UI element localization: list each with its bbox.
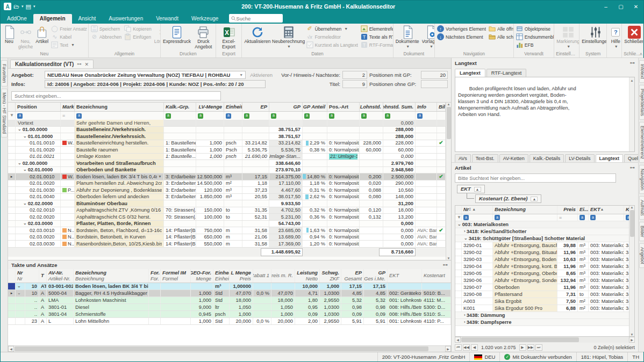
l-schen-button[interactable]: ✖ Löschen [153,25,160,45]
markierung-button[interactable]: Markierung ▼ [555,25,579,49]
cell-kalk-grp[interactable] [164,160,196,166]
freier-ansatz-button[interactable]: ◯ Freier Ansatz [50,25,88,33]
cell-kalk-grp[interactable]: 14: Pflaster|B... [164,234,196,241]
filter-icon[interactable]: a [417,113,423,119]
chevron-down-icon[interactable]: ▼ [239,73,243,77]
cell-lv-menge[interactable]: 1,000 [196,140,224,147]
cell-info[interactable] [416,154,437,160]
cell-lohnstd-sum[interactable]: 2.500,000 [383,173,416,180]
takte-cell-t[interactable]: AT [39,283,47,289]
cell-mark[interactable] [61,127,75,133]
artikel-row[interactable]: 3290-06 Abfuhr +Entsorgung, Sondermüll Z… [455,277,634,284]
takte-column-ep[interactable]: EPGesamt [341,269,364,283]
column-header-gp[interactable]: GP [269,103,303,111]
takte-cell-preis[interactable]: 1,050 [230,304,253,310]
cell-kalk-grp[interactable]: 14: Pflaster|B... [164,227,196,234]
cell-gp-anteil[interactable]: 1,20 % [303,241,327,247]
langtext-scrollbar[interactable]: ▲ [629,77,634,151]
ribbon-tab-allgemein[interactable]: Allgemein [33,14,72,24]
groupby-chip-kostenart[interactable]: Kostenart (2. Ebene) ▲ [475,194,541,203]
cell-bezeichnung[interactable]: Asphalttragschicht CS 0/32 herst. [75,214,164,220]
takte-cell-nr[interactable]: 10 [25,283,39,289]
close-window-button[interactable]: ✕ [628,1,643,12]
cell-info[interactable]: AVA: Bartz-Ba... [416,234,437,241]
cell-ep[interactable]: 33.214,82 [242,140,269,147]
takte-column-kostenart[interactable]: Kostenart [422,269,451,283]
cell-bilder[interactable] [437,221,446,227]
takte-cell-netto[interactable]: 4,71 [295,290,320,296]
cell-ep[interactable] [242,160,269,166]
cell-gp[interactable]: 214.375,00 [269,173,303,180]
cell-position[interactable]: ⌄02.03.0000 [16,221,61,227]
takte-cell-formel[interactable] [161,311,191,317]
cell-position[interactable]: Vortext [16,120,61,126]
artikel-cell-einheit[interactable]: m² [578,298,589,305]
takte-cell-ep[interactable]: 5,32 [341,297,364,303]
takte-column-schwg-[interactable]: Schwg.ZKF [320,269,341,283]
cell-gp-anteil[interactable] [303,167,327,173]
cell-kalk-grp[interactable]: 3: Erdarbeiten [164,194,196,200]
cell-gp[interactable]: 273.970,10 [269,167,303,173]
takte-cell-menge[interactable]: 9,000 [191,304,213,310]
takte-cell-zkf[interactable]: 2,9550 [320,318,341,324]
cell-position[interactable]: 02.03.0030 [16,241,61,247]
cell-mark[interactable] [61,133,75,140]
detail-tab-av-ketten[interactable]: AV-Ketten [499,154,528,162]
cell-einheit[interactable] [224,221,242,227]
cell-ep[interactable] [242,127,269,133]
cell-gp-anteil[interactable] [303,127,327,133]
cell-mark[interactable] [61,160,75,166]
kurztext-als-langtext-button[interactable]: Kurztext als Langtext [305,41,359,49]
cell-position[interactable]: 01.01.0010 [16,140,61,147]
takte-row[interactable]: ..ALMALohnkosten Maschinist1,000Std18,00… [8,297,451,304]
cell-lohnstd-sum[interactable]: 2.979,760 [383,160,416,166]
takte-cell-bez[interactable]: Schmierstoffe [74,311,149,317]
takte-cell-t[interactable]: A [39,318,47,324]
statusbar-item[interactable]: 200: VT-200-Husemann ,Fritz GmbH [377,352,470,361]
column-header-pos-art[interactable]: Pos.-Art [327,103,360,111]
cell-bilder[interactable]: ✔ [437,173,446,180]
cell-bilder[interactable] [437,180,446,187]
takte-cell-ka[interactable]: 5310: S... [422,311,451,317]
artikel-cell-nr[interactable]: 3290-04 [462,263,493,270]
artikel-column-bezeichnung[interactable]: Bezeichnung [493,206,557,214]
pin-icon[interactable]: ⊶ [630,60,635,66]
detail-tab-langtext[interactable]: Langtext [596,154,624,162]
cell-info[interactable] [416,120,437,126]
takte-cell-t[interactable]: A [39,304,47,310]
takte-cell-formel[interactable] [161,283,191,289]
takte-cell-preis[interactable]: 47,070 [230,290,253,296]
cell-pos-art[interactable]: 0: Normalposition [327,147,360,153]
cell-lohnstd-sum[interactable]: 290,000 [383,180,416,187]
takte-cell-netto[interactable]: 0,09 [295,311,320,317]
cell-pos-art[interactable] [327,160,360,166]
artikel-group-row[interactable]: ⌄003: Materialkosten ▱ [455,221,634,228]
takte-column-l-menge[interactable]: L MengePreis [230,269,253,283]
takte-cell-netto[interactable]: 0,95 [295,304,320,310]
cell-einheit[interactable] [224,127,242,133]
collapse-icon[interactable]: ⌄ [23,200,27,207]
cell-position[interactable]: 02.03.0010 [16,227,61,234]
cell-mark[interactable]: N... [61,234,75,241]
takte-cell-ka[interactable] [422,283,451,289]
cell-pos-art[interactable] [327,120,360,126]
cell-lohnstd[interactable] [360,154,383,160]
cell-lohnstd-sum[interactable]: 0,000 [383,234,416,241]
collapse-icon[interactable]: › [464,319,466,325]
cell-bilder[interactable] [437,234,446,241]
artikel-row[interactable]: 3290-07 Oberboden 11,96 m³ 003: Material… [455,284,634,291]
takte-cell-zkf[interactable]: 1,000 [320,283,341,289]
collapse-icon[interactable]: › [464,312,466,318]
artikel-column-nr[interactable]: Nr 1 ▲ [462,206,493,214]
cell-bilder[interactable] [437,160,446,166]
cell-bezeichnung[interactable]: Baustelleneinrichtung herstellen. [75,140,164,147]
groupby-chip-ekt[interactable]: EKT ▲ [457,185,485,193]
cell-lv-menge[interactable]: 100,000 [196,214,224,220]
cell-ep[interactable] [242,133,269,140]
takte-cell-ekt[interactable]: 002: Gerätekosten [388,290,422,296]
dock-tab-men-hf-standard[interactable]: Menü - HF Standard [1,89,8,137]
cell-pos-art[interactable]: 0: Normalposition [327,173,360,180]
filter-icon[interactable]: a [271,113,276,119]
cell-pos-art[interactable]: 0: Normalposition [327,187,360,193]
n-chstes-element-button[interactable]: ↓ Nächstes Element [436,33,487,41]
